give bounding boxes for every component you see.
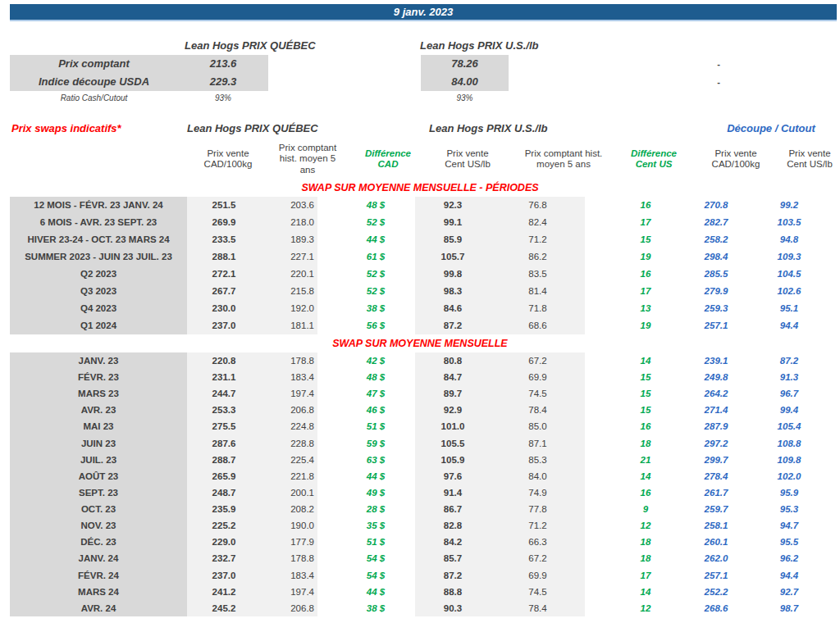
cell-difference-us: 17 — [605, 214, 687, 231]
cell-period-label: HIVER 23-24 - OCT. 23 MARS 24 — [10, 231, 187, 248]
cell-difference-cad: 59 $ — [336, 435, 415, 452]
cell-prix-vente-cad: 267.7 — [187, 283, 261, 300]
cell-comptant-hist-cad: 183.4 — [261, 369, 317, 385]
cell-period-label: JUIL. 23 — [10, 452, 187, 468]
cell-difference-cad: 44 $ — [336, 231, 415, 248]
cell-cutout-cad: 285.5 — [683, 266, 749, 283]
cell-cutout-us: 103.5 — [749, 214, 829, 231]
cell-prix-vente-cad: 237.0 — [187, 317, 261, 334]
cell-period-label: FÉVR. 24 — [10, 567, 187, 584]
cell-prix-vente-us: 86.7 — [415, 501, 491, 517]
cell-prix-vente-cad: 253.3 — [187, 402, 261, 418]
cell-prix-vente-us: 99.8 — [415, 266, 491, 283]
cell-prix-vente-us: 105.9 — [415, 452, 491, 468]
cell-period-label: AVR. 23 — [10, 402, 187, 418]
cell-comptant-hist-cad: 197.4 — [261, 385, 317, 402]
cell-cutout-cad: 298.4 — [683, 248, 749, 266]
cell-difference-us: 15 — [605, 369, 687, 385]
cell-comptant-hist-us: 82.4 — [491, 214, 585, 231]
spot-label: Prix comptant — [10, 55, 178, 73]
cell-prix-vente-cad: 287.6 — [187, 435, 261, 452]
cell-difference-cad: 52 $ — [336, 283, 415, 300]
cell-comptant-hist-cad: 190.0 — [261, 517, 317, 534]
cell-prix-vente-us: 87.2 — [415, 317, 491, 334]
cell-prix-vente-cad: 233.5 — [187, 231, 261, 248]
cell-prix-vente-cad: 269.9 — [187, 214, 261, 231]
cell-difference-cad: 52 $ — [336, 266, 415, 283]
col-header-difference-cad: Différence CAD — [355, 139, 421, 179]
cell-difference-us: 18 — [605, 550, 687, 566]
cell-cutout-us: 94.8 — [749, 231, 829, 248]
col-header-difference-us: Différence Cent US — [619, 139, 688, 179]
spot-us-value: 78.26 — [421, 55, 509, 73]
spot-right-dash: - — [689, 55, 748, 73]
section-header-mensuelle: SWAP SUR MOYENNE MENSUELLE — [0, 338, 840, 349]
cell-cutout-us: 95.5 — [749, 534, 829, 550]
cell-difference-cad: 42 $ — [336, 352, 415, 369]
cell-prix-vente-cad: 265.9 — [187, 468, 261, 484]
cell-period-label: NOV. 23 — [10, 517, 187, 534]
cell-difference-us: 12 — [605, 517, 687, 534]
cell-comptant-hist-cad: 221.8 — [261, 468, 317, 484]
cell-period-label: FÉVR. 23 — [10, 369, 187, 385]
cell-difference-cad: 51 $ — [336, 534, 415, 550]
cell-cutout-cad: 261.7 — [683, 484, 749, 501]
spot-quebec-value: 229.3 — [178, 73, 268, 91]
cell-comptant-hist-us: 67.2 — [491, 550, 585, 566]
spot-quebec-value: 213.6 — [178, 55, 268, 73]
cell-cutout-cad: 257.1 — [683, 317, 749, 334]
cell-difference-us: 18 — [605, 435, 687, 452]
cell-period-label: MARS 23 — [10, 385, 187, 402]
cell-difference-cad: 46 $ — [336, 402, 415, 418]
col-header-prix-vente-us: Prix vente Cent US/lb — [440, 139, 495, 179]
cell-comptant-hist-cad: 177.9 — [261, 534, 317, 550]
cell-period-label: 12 MOIS - FÉVR. 23 JANV. 24 — [10, 197, 187, 214]
cell-cutout-cad: 271.4 — [683, 402, 749, 418]
cell-period-label: MAI 23 — [10, 418, 187, 434]
cell-comptant-hist-cad: 178.8 — [261, 352, 317, 369]
cell-difference-cad: 63 $ — [336, 452, 415, 468]
cell-comptant-hist-us: 78.4 — [491, 402, 585, 418]
cell-comptant-hist-cad: 208.2 — [261, 501, 317, 517]
cell-period-label: JUIN 23 — [10, 435, 187, 452]
cell-period-label: JANV. 23 — [10, 352, 187, 369]
cell-cutout-us: 87.2 — [749, 352, 829, 369]
cell-prix-vente-cad: 251.5 — [187, 197, 261, 214]
col-header-cutout-us: Prix vente Cent US/lb — [782, 139, 838, 179]
cell-difference-cad: 54 $ — [336, 550, 415, 566]
cell-difference-us: 18 — [605, 534, 687, 550]
cell-difference-us: 15 — [605, 231, 687, 248]
cell-cutout-cad: 270.8 — [683, 197, 749, 214]
cell-difference-us: 15 — [605, 402, 687, 418]
cell-comptant-hist-cad: 225.4 — [261, 452, 317, 468]
cell-cutout-cad: 252.2 — [683, 584, 749, 600]
cell-cutout-cad: 262.0 — [683, 550, 749, 566]
cell-difference-cad: 51 $ — [336, 418, 415, 434]
cell-prix-vente-us: 98.3 — [415, 283, 491, 300]
cell-difference-us: 14 — [605, 584, 687, 600]
cell-cutout-us: 104.5 — [749, 266, 829, 283]
cell-period-label: 6 MOIS - AVR. 23 SEPT. 23 — [10, 214, 187, 231]
cell-cutout-cad: 268.6 — [683, 600, 749, 616]
cell-comptant-hist-cad: 183.4 — [261, 567, 317, 584]
cell-cutout-us: 108.8 — [749, 435, 829, 452]
cell-prix-vente-cad: 232.7 — [187, 550, 261, 566]
cell-difference-us: 14 — [605, 468, 687, 484]
cell-difference-cad: 48 $ — [336, 197, 415, 214]
cell-cutout-us: 94.7 — [749, 517, 829, 534]
cell-prix-vente-us: 82.8 — [415, 517, 491, 534]
cell-prix-vente-us: 105.5 — [415, 435, 491, 452]
col-header-prix-vente-cad: Prix vente CAD/100kg — [199, 139, 258, 179]
cell-prix-vente-cad: 241.2 — [187, 584, 261, 600]
cell-prix-vente-us: 80.8 — [415, 352, 491, 369]
cell-prix-vente-us: 84.7 — [415, 369, 491, 385]
cell-comptant-hist-us: 78.4 — [491, 600, 585, 616]
spot-us-header: Lean Hogs PRIX U.S./lb — [420, 39, 538, 52]
cell-comptant-hist-us: 77.8 — [491, 501, 585, 517]
cell-cutout-cad: 258.1 — [683, 517, 749, 534]
cell-difference-cad: 54 $ — [336, 567, 415, 584]
cell-difference-cad: 38 $ — [336, 600, 415, 616]
cell-comptant-hist-cad: 220.1 — [261, 266, 317, 283]
cell-difference-cad: 35 $ — [336, 517, 415, 534]
cell-period-label: Q1 2024 — [10, 317, 187, 334]
